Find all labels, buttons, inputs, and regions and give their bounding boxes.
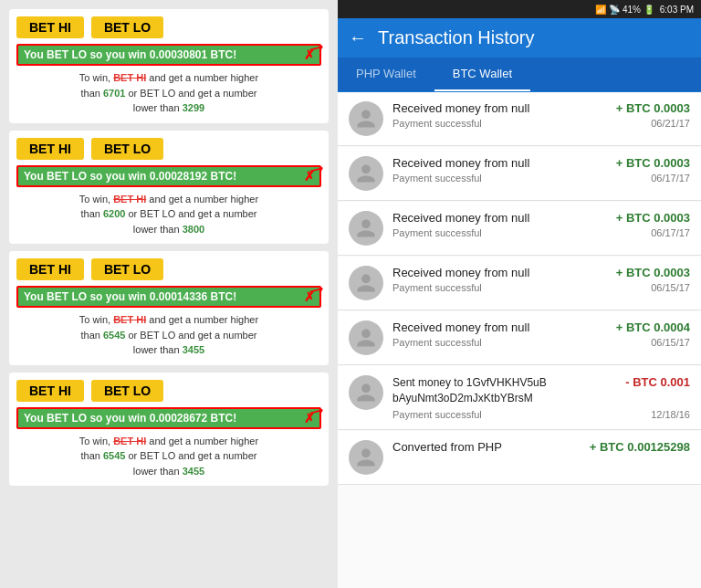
tx-top-4: Received money from null + BTC 0.0004	[392, 320, 690, 334]
right-panel: 📶 📡 41% 🔋 6:03 PM ← Transaction History …	[338, 0, 701, 588]
transactions-list[interactable]: Received money from null + BTC 0.0003 Pa…	[338, 92, 701, 588]
tx-top-3: Received money from null + BTC 0.0003	[392, 266, 690, 279]
bet-hi-label-1: BET HI	[113, 194, 146, 205]
tx-date-0: 06/21/17	[651, 118, 690, 129]
tx-title-3: Received money from null	[392, 266, 616, 279]
transaction-item-5[interactable]: Sent money to 1GvfVHKHV5uBbAyuNmt3oD2mJx…	[338, 366, 701, 430]
tx-avatar-6	[349, 440, 383, 475]
bet-hi-button-2[interactable]: BET HI	[16, 258, 84, 280]
bet-lo-button-1[interactable]: BET LO	[91, 138, 163, 160]
tx-avatar-0	[349, 101, 383, 136]
bet-info-3: To win, BET HI and get a number higher t…	[16, 434, 321, 479]
bet-hi-label-2: BET HI	[113, 314, 146, 325]
hi-number-1: 6200	[103, 208, 125, 219]
bet-hi-button-1[interactable]: BET HI	[16, 138, 84, 160]
bet-buttons-3: BET HI BET LO	[16, 380, 321, 402]
lo-number-3: 3455	[183, 466, 204, 477]
bet-lo-button-0[interactable]: BET LO	[91, 16, 163, 38]
lo-number-0: 3299	[183, 102, 204, 113]
transaction-item-6[interactable]: Converted from PHP + BTC 0.00125298	[338, 431, 701, 485]
tx-top-1: Received money from null + BTC 0.0003	[392, 156, 690, 170]
transaction-item-1[interactable]: Received money from null + BTC 0.0003 Pa…	[338, 147, 701, 201]
page-title: Transaction History	[378, 27, 535, 48]
left-panel: BET HI BET LO You BET LO so you win 0.00…	[0, 0, 338, 588]
tx-content-6: Converted from PHP + BTC 0.00125298	[392, 440, 690, 457]
tx-bottom-2: Payment successful 06/17/17	[392, 227, 690, 238]
bet-buttons-0: BET HI BET LO	[16, 16, 321, 38]
transaction-item-0[interactable]: Received money from null + BTC 0.0003 Pa…	[338, 92, 701, 146]
tx-content-4: Received money from null + BTC 0.0004 Pa…	[392, 320, 690, 348]
tx-status-4: Payment successful	[392, 337, 482, 348]
tx-status-2: Payment successful	[392, 227, 482, 238]
bet-hi-label-3: BET HI	[113, 436, 146, 446]
tx-amount-2: + BTC 0.0003	[616, 211, 690, 225]
hi-number-0: 6701	[103, 88, 125, 99]
tx-content-0: Received money from null + BTC 0.0003 Pa…	[392, 101, 690, 129]
tx-top-2: Received money from null + BTC 0.0003	[392, 211, 690, 225]
bet-hi-button-3[interactable]: BET HI	[16, 380, 84, 402]
bet-info-0: To win, BET HI and get a number higher t…	[16, 70, 321, 116]
tx-amount-0: + BTC 0.0003	[616, 101, 690, 115]
tx-amount-1: + BTC 0.0003	[616, 156, 690, 170]
bet-card-0: BET HI BET LO You BET LO so you win 0.00…	[9, 9, 329, 123]
bet-info-2: To win, BET HI and get a number higher t…	[16, 312, 321, 358]
transaction-item-2[interactable]: Received money from null + BTC 0.0003 Pa…	[338, 202, 701, 256]
tx-content-2: Received money from null + BTC 0.0003 Pa…	[392, 211, 690, 238]
top-bar: ← Transaction History	[338, 18, 701, 58]
tx-top-5: Sent money to 1GvfVHKHV5uBbAyuNmt3oD2mJx…	[392, 375, 690, 406]
tx-title-5: Sent money to 1GvfVHKHV5uBbAyuNmt3oD2mJx…	[392, 375, 547, 406]
tx-amount-4: + BTC 0.0004	[616, 320, 690, 334]
tx-title-4: Received money from null	[392, 320, 616, 334]
wallet-tabs: PHP WalletBTC Wallet	[338, 58, 701, 92]
tx-date-1: 06/17/17	[651, 173, 690, 184]
wallet-tab-0[interactable]: PHP Wallet	[338, 58, 434, 91]
tx-status-0: Payment successful	[392, 118, 482, 129]
tx-date-3: 06/15/17	[651, 282, 690, 293]
bet-info-1: To win, BET HI and get a number higher t…	[16, 192, 321, 237]
tx-content-3: Received money from null + BTC 0.0003 Pa…	[392, 266, 690, 293]
bet-buttons-1: BET HI BET LO	[16, 138, 321, 160]
tx-avatar-5	[349, 375, 383, 410]
back-button[interactable]: ←	[349, 27, 367, 48]
tx-title-6: Converted from PHP	[392, 440, 590, 454]
tx-bottom-3: Payment successful 06/15/17	[392, 282, 690, 293]
tx-bottom-0: Payment successful 06/21/17	[392, 118, 690, 129]
status-bar: 📶 📡 41% 🔋 6:03 PM	[338, 0, 701, 18]
bet-hi-button-0[interactable]: BET HI	[16, 16, 84, 38]
tx-title-0: Received money from null	[392, 101, 616, 115]
lo-number-2: 3455	[183, 344, 204, 355]
lo-number-1: 3800	[183, 224, 204, 235]
tx-top-0: Received money from null + BTC 0.0003	[392, 101, 690, 115]
tx-date-4: 06/15/17	[651, 337, 690, 348]
status-icons: 📶 📡 41% 🔋	[595, 5, 654, 15]
tx-amount-6: + BTC 0.00125298	[590, 440, 690, 454]
bet-lo-button-3[interactable]: BET LO	[91, 380, 163, 402]
tx-status-5: Payment successful	[392, 409, 482, 420]
transaction-item-3[interactable]: Received money from null + BTC 0.0003 Pa…	[338, 257, 701, 310]
win-banner-1: You BET LO so you win 0.00028192 BTC!	[16, 165, 321, 187]
bet-hi-label-0: BET HI	[113, 72, 146, 83]
win-banner-0: You BET LO so you win 0.00030801 BTC!	[16, 44, 321, 66]
tx-date-2: 06/17/17	[651, 227, 690, 238]
win-banner-3: You BET LO so you win 0.00028672 BTC!	[16, 407, 321, 429]
tx-status-3: Payment successful	[392, 282, 482, 293]
transaction-item-4[interactable]: Received money from null + BTC 0.0004 Pa…	[338, 311, 701, 365]
tx-content-1: Received money from null + BTC 0.0003 Pa…	[392, 156, 690, 184]
tx-avatar-1	[349, 156, 383, 191]
tx-amount-5: - BTC 0.001	[625, 375, 690, 389]
tx-avatar-2	[349, 211, 383, 246]
tx-bottom-4: Payment successful 06/15/17	[392, 337, 690, 348]
bet-lo-button-2[interactable]: BET LO	[91, 258, 163, 280]
tx-status-1: Payment successful	[392, 173, 482, 184]
tx-avatar-3	[349, 266, 383, 300]
tx-bottom-1: Payment successful 06/17/17	[392, 173, 690, 184]
tx-bottom-5: Payment successful 12/18/16	[392, 409, 690, 420]
tx-amount-3: + BTC 0.0003	[616, 266, 690, 279]
tx-content-5: Sent money to 1GvfVHKHV5uBbAyuNmt3oD2mJx…	[392, 375, 690, 420]
tx-title-2: Received money from null	[392, 211, 616, 225]
status-time: 6:03 PM	[660, 5, 694, 15]
tx-date-5: 12/18/16	[651, 409, 690, 420]
hi-number-3: 6545	[103, 450, 125, 461]
wallet-tab-1[interactable]: BTC Wallet	[434, 58, 530, 91]
tx-avatar-4	[349, 320, 383, 355]
